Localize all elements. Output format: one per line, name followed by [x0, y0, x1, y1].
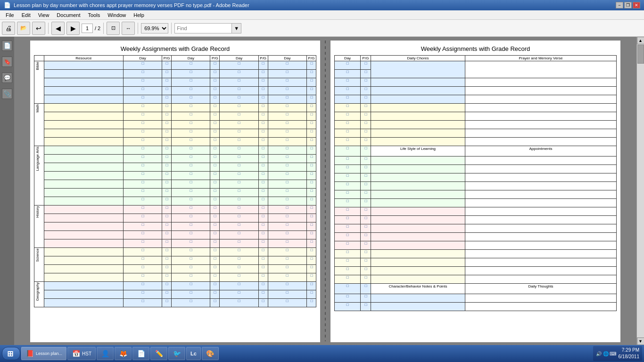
taskbar-item-pencil[interactable]: ✏️: [150, 347, 167, 360]
find-dropdown-button[interactable]: ▼: [231, 24, 241, 33]
table-row: ☐ ☐: [335, 112, 617, 121]
table-row: ☐☐ ☐☐ ☐☐ ☐☐: [34, 78, 316, 87]
lc-label: Lc: [190, 351, 197, 356]
fit-width-button[interactable]: ↔: [122, 22, 135, 35]
p2-header-pg: P/G: [361, 56, 371, 61]
scroll-down-button[interactable]: ▼: [637, 337, 644, 345]
systray: 🔊 🌐 ⌨ 7:29 PM 6/18/2011: [593, 346, 642, 361]
sidebar-attach-icon[interactable]: 📎: [2, 89, 12, 99]
table-row: ☐☐ ☐☐ ☐☐ ☐☐: [34, 129, 316, 138]
table-row: ☐☐ ☐☐ ☐☐ ☐☐: [34, 112, 316, 121]
page-nav: 1 / 2: [82, 24, 100, 33]
taskbar-item-bird[interactable]: 🐦: [168, 347, 185, 360]
bird-icon: 🐦: [173, 349, 181, 358]
table-row: ☐ ☐: [335, 173, 617, 182]
taskbar-item-adobe[interactable]: 📕 Lesson plan...: [21, 347, 66, 360]
user-icon: 👤: [101, 349, 109, 358]
taskbar-item-lc[interactable]: Lc: [186, 347, 201, 360]
table-row: ☐ ☐: [335, 224, 617, 233]
table-row: Geography ☐☐ ☐☐ ☐☐ ☐☐: [34, 282, 316, 290]
sidebar-bookmark-icon[interactable]: 🔖: [2, 57, 12, 67]
taskbar-item-paint[interactable]: 🎨: [202, 347, 219, 360]
scroll-thumb[interactable]: [637, 45, 644, 64]
taskbar-item-doc[interactable]: 📄: [132, 347, 149, 360]
table-row: ☐ ☐: [335, 182, 617, 190]
zoom-select[interactable]: 69.9% 50% 75% 100% 150%: [141, 23, 168, 33]
next-page-button[interactable]: ▶: [66, 22, 80, 35]
table-row: ☐☐ ☐☐ ☐☐ ☐☐: [34, 197, 316, 206]
table-row: ☐ ☐: [335, 61, 617, 70]
header-day1: Day: [123, 56, 162, 61]
table-row: ☐☐ ☐☐ ☐☐ ☐☐: [34, 95, 316, 104]
table-row: ☐☐ ☐☐ ☐☐ ☐☐: [34, 87, 316, 95]
restore-button[interactable]: ❐: [624, 2, 632, 8]
menu-file[interactable]: File: [2, 11, 18, 19]
taskbar: ⊞ 📕 Lesson plan... 📅 HST 👤 🦊 📄 ✏️ 🐦 Lc 🎨…: [0, 345, 644, 362]
table-row: ☐☐ ☐☐ ☐☐ ☐☐: [34, 155, 316, 163]
appointments-label: Appointments: [465, 146, 617, 156]
pdf-page-1: Weekly Assignments with Grade Record Res…: [30, 41, 320, 342]
scroll-up-button[interactable]: ▲: [637, 37, 644, 44]
doc-icon: 📄: [137, 349, 145, 358]
daily-thoughts-label: Daily Thoughts: [465, 284, 617, 294]
left-sidebar: 📄 🔖 💬 📎: [0, 37, 14, 345]
clock: 7:29 PM 6/18/2011: [619, 347, 640, 360]
toolbar: 🖨 📂 ↩ ◀ ▶ 1 / 2 ⊡ ↔ 69.9% 50% 75% 100% 1…: [0, 20, 644, 37]
table-row: ☐ ☐ Life Style of Learning Appointments: [335, 146, 617, 156]
toolbar-sep1: [48, 23, 49, 34]
taskbar-item-firefox[interactable]: 🦊: [115, 347, 132, 360]
menu-tools[interactable]: Tools: [84, 11, 104, 19]
table-row: History ☐☐ ☐☐ ☐☐ ☐☐: [34, 206, 316, 214]
table-row: ☐ ☐: [335, 165, 617, 173]
page1-table: Resource Day P/G Day P/G Day P/G Day P/G: [34, 55, 316, 307]
table-row: ☐☐ ☐☐ ☐☐ ☐☐: [34, 214, 316, 222]
subject-geography-label: Geography: [35, 282, 43, 301]
menu-edit[interactable]: Edit: [18, 11, 34, 19]
table-row: ☐ ☐: [335, 104, 617, 112]
sidebar-nav-icon[interactable]: 📄: [2, 41, 12, 51]
minimize-button[interactable]: −: [616, 2, 623, 8]
pg-cell: ☐: [162, 61, 172, 70]
page-divider: [325, 41, 326, 341]
prev-page-button[interactable]: ◀: [51, 22, 65, 35]
refresh-button[interactable]: ↩: [32, 22, 45, 35]
header-pg3: P/G: [258, 56, 268, 61]
table-row: ☐☐ ☐☐ ☐☐ ☐☐: [34, 121, 316, 129]
close-button[interactable]: ✕: [633, 2, 640, 8]
pdf-page-2: Weekly Assignments with Grade Record Day…: [330, 41, 620, 342]
header-pg4: P/G: [307, 56, 316, 61]
p2-header-chores: Daily Chores: [371, 56, 465, 61]
menu-document[interactable]: Document: [53, 11, 84, 19]
start-button[interactable]: ⊞: [2, 347, 20, 360]
table-row: ☐☐ ☐☐ ☐☐ ☐☐: [34, 256, 316, 265]
lifestyle-label: Life Style of Learning: [371, 146, 465, 156]
pdf-area: Weekly Assignments with Grade Record Res…: [14, 37, 636, 345]
menu-view[interactable]: View: [34, 11, 53, 19]
table-row: ☐ ☐: [335, 156, 617, 165]
fit-page-button[interactable]: ⊡: [107, 22, 120, 35]
resource-cell: [44, 61, 124, 70]
sidebar-comment-icon[interactable]: 💬: [2, 73, 12, 83]
find-input[interactable]: [175, 24, 231, 33]
clock-time: 7:29 PM: [619, 347, 640, 354]
pg-cell: ☐: [258, 61, 268, 70]
taskbar-item-hst[interactable]: 📅 HST: [67, 347, 96, 360]
character-label: Character/Behavior Notes & Points: [371, 284, 465, 294]
table-row: ☐ ☐: [335, 233, 617, 241]
subject-science-label: Science: [35, 248, 43, 262]
table-row: ☐ ☐: [335, 250, 617, 258]
table-row: ☐☐ ☐☐ ☐☐ ☐☐: [34, 273, 316, 282]
header-resource: Resource: [44, 56, 124, 61]
open-button[interactable]: 📂: [17, 22, 30, 35]
menu-help[interactable]: Help: [130, 11, 148, 19]
menu-window[interactable]: Window: [104, 11, 130, 19]
adobe-icon: 📕: [25, 349, 34, 358]
print-button[interactable]: 🖨: [2, 22, 15, 35]
pencil-icon: ✏️: [155, 349, 163, 358]
table-row: ☐☐ ☐☐ ☐☐ ☐☐: [34, 222, 316, 231]
page-number-input[interactable]: 1: [82, 24, 93, 33]
taskbar-item-user[interactable]: 👤: [97, 347, 114, 360]
header-day3: Day: [220, 56, 258, 61]
main-area: 📄 🔖 💬 📎 Weekly Assignments with Grade Re…: [0, 37, 644, 345]
table-row: ☐☐ ☐☐ ☐☐ ☐☐: [34, 239, 316, 248]
